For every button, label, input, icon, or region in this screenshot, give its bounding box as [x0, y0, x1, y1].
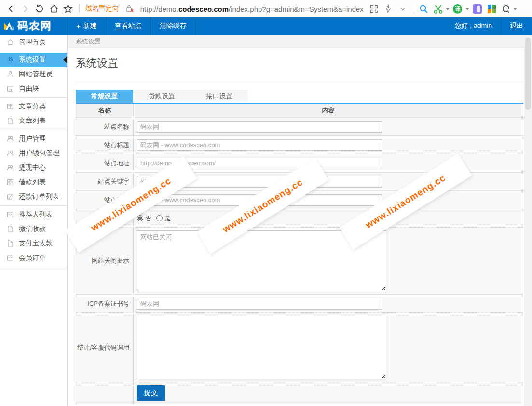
- users-icon: [6, 135, 14, 143]
- row-label-submit: [76, 382, 134, 404]
- row-icp: ICP备案证书号: [76, 295, 523, 313]
- sidebar-item-repay-order-list[interactable]: 还款订单列表: [0, 189, 67, 204]
- header-menu-clear-cache[interactable]: 清除缓存: [151, 17, 196, 35]
- row-label-site-title: 站点标题: [76, 136, 134, 154]
- row-stat-code: 统计/客服代码调用: [76, 313, 523, 382]
- site-title-input[interactable]: [137, 139, 382, 151]
- sidebar-item-label: 文章列表: [19, 117, 46, 125]
- translate-glyph: 译: [453, 4, 462, 14]
- doc-icon: [6, 117, 14, 125]
- header-menu-view-site[interactable]: 查看站点: [106, 17, 151, 35]
- tab-general[interactable]: 常规设置: [76, 90, 133, 103]
- logout-button[interactable]: 退出: [501, 17, 532, 35]
- sidebar-item-referrer-list[interactable]: 推荐人列表: [0, 207, 67, 222]
- sidebar-divider: [0, 51, 67, 51]
- book-icon: [6, 103, 14, 110]
- sidebar-divider: [0, 130, 67, 130]
- close-site-radio-1[interactable]: [156, 215, 163, 221]
- row-label-icp: ICP备案证书号: [76, 295, 134, 312]
- box-icon: [6, 254, 14, 262]
- close-site-option-0[interactable]: 否: [137, 214, 151, 223]
- sidebar-item-admin-home[interactable]: 管理首页: [0, 35, 67, 49]
- radio-option-label: 是: [164, 214, 171, 223]
- logo-m-icon: [3, 20, 15, 32]
- title-divider: [76, 81, 523, 81]
- address-url[interactable]: http://demo.codesceo.com/index.php?g=adm…: [140, 5, 364, 13]
- sidebar-item-member-order[interactable]: 会员订单: [0, 251, 67, 265]
- row-value-icp: [134, 295, 523, 312]
- row-value-close-tip: [134, 228, 523, 294]
- sidebar-item-label: 推荐人列表: [19, 210, 53, 219]
- url-domain: codesceo.com: [178, 5, 229, 13]
- table-header-row: 名称内容: [76, 104, 523, 118]
- sidebar-item-site-admin[interactable]: 网站管理员: [0, 67, 67, 81]
- user-icon: [6, 70, 14, 78]
- header-menu-label: 新建: [83, 22, 97, 30]
- sidebar-divider: [0, 97, 67, 98]
- row-label-site-url: 站点地址: [76, 154, 134, 172]
- apps-grid-icon[interactable]: [486, 2, 497, 15]
- close-site-option-1[interactable]: 是: [156, 214, 171, 223]
- row-value-site-description: [134, 191, 523, 209]
- search-icon[interactable]: [418, 2, 430, 15]
- app-logo[interactable]: 码农网: [0, 17, 68, 35]
- scissors-icon[interactable]: [432, 2, 444, 15]
- screenshot-phone-icon[interactable]: [472, 2, 483, 15]
- tab-loan[interactable]: 贷款设置: [133, 90, 191, 103]
- scissors-dropdown-caret[interactable]: [446, 8, 450, 10]
- icp-input[interactable]: [137, 298, 382, 310]
- header-menu-new[interactable]: +新建: [68, 17, 106, 35]
- sidebar-item-article-list[interactable]: 文章列表: [0, 114, 67, 128]
- browser-window: 域名重定向 http://demo.codesceo.com/index.php…: [0, 0, 532, 406]
- pencil-icon: [6, 193, 14, 201]
- users-icon: [6, 149, 14, 157]
- lightning-icon[interactable]: [382, 2, 394, 15]
- sidebar-item-alipay-pay[interactable]: 支付宝收款: [0, 236, 67, 251]
- forward-icon[interactable]: [20, 2, 31, 15]
- qr-code-icon[interactable]: [368, 2, 380, 15]
- page-scrollbar[interactable]: [524, 35, 532, 406]
- logo-text: 码农网: [17, 19, 52, 33]
- scrollbar-thumb[interactable]: [525, 38, 531, 110]
- sidebar-item-label: 用户钱包管理: [19, 149, 59, 158]
- radio-option-label: 否: [145, 214, 151, 223]
- lock-insecure-icon[interactable]: [124, 2, 136, 15]
- translate-icon[interactable]: 译: [452, 2, 464, 15]
- doc-icon: [6, 240, 14, 247]
- sidebar-item-user-manage[interactable]: 用户管理: [0, 132, 67, 146]
- url-prefix: http://demo.: [140, 5, 178, 13]
- refresh-icon[interactable]: [34, 2, 45, 15]
- stat-code-textarea[interactable]: [137, 316, 386, 379]
- home-icon[interactable]: [48, 2, 60, 15]
- undo-icon[interactable]: [500, 2, 512, 15]
- sidebar-item-label: 微信收款: [19, 225, 46, 233]
- row-value-site-name: [134, 118, 523, 135]
- header-menu-label: 查看站点: [115, 22, 142, 30]
- back-icon[interactable]: [5, 2, 17, 15]
- star-icon[interactable]: [63, 2, 74, 15]
- sidebar-item-wechat-pay[interactable]: 微信收款: [0, 222, 67, 236]
- page-title: 系统设置: [76, 56, 523, 70]
- sidebar-item-label: 提现中心: [19, 163, 46, 172]
- sidebar-item-label: 还款订单列表: [19, 192, 59, 201]
- close-site-radio-0[interactable]: [137, 215, 143, 221]
- tab-interface[interactable]: 接口设置: [191, 90, 248, 103]
- sidebar-item-system-settings[interactable]: 系统设置: [0, 53, 67, 67]
- sidebar-item-free-block[interactable]: 自由块: [0, 81, 67, 96]
- doc-icon: [6, 225, 14, 233]
- redirect-label[interactable]: 域名重定向: [85, 4, 119, 13]
- sidebar-item-withdraw-center[interactable]: 提现中心: [0, 161, 67, 175]
- gear-icon: [6, 56, 14, 64]
- menu-icon[interactable]: [519, 2, 527, 15]
- chevron-down-icon[interactable]: [397, 2, 409, 15]
- sidebar-item-user-wallet[interactable]: 用户钱包管理: [0, 146, 67, 161]
- undo-dropdown-caret[interactable]: [513, 8, 517, 10]
- site-name-input[interactable]: [137, 121, 382, 133]
- translate-dropdown-caret[interactable]: [465, 8, 469, 10]
- row-value-submit: 提交: [134, 382, 523, 404]
- header-menu-label: 清除缓存: [160, 22, 187, 30]
- sidebar-item-article-category[interactable]: 文章分类: [0, 99, 67, 114]
- box-icon: [6, 211, 14, 218]
- sidebar-item-loan-list[interactable]: 借款列表: [0, 175, 67, 189]
- submit-button[interactable]: 提交: [137, 385, 165, 401]
